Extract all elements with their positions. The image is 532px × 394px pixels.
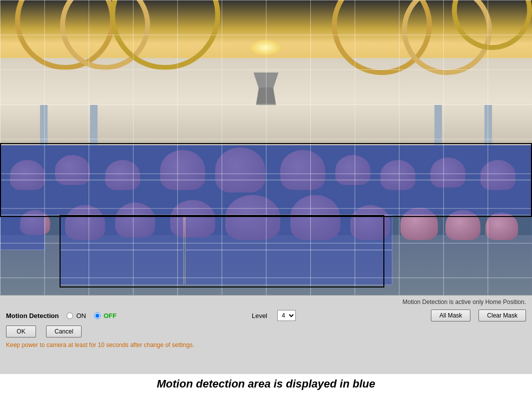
ok-button[interactable]: OK xyxy=(6,326,36,338)
mask-row4-full[interactable] xyxy=(0,180,532,215)
level-label: Level xyxy=(252,312,267,320)
controls-main-row: Motion Detection ON OFF Level 1 2 3 4 5 … xyxy=(0,308,532,324)
off-label: OFF xyxy=(104,312,117,320)
camera-view xyxy=(0,0,532,295)
mask-row5-right-mid[interactable] xyxy=(185,215,392,250)
clear-mask-button[interactable]: Clear Mask xyxy=(478,310,526,322)
motion-detection-label: Motion Detection xyxy=(6,312,59,320)
mask-row3-full[interactable] xyxy=(0,145,532,180)
radio-off-group[interactable]: OFF xyxy=(94,312,117,320)
info-row: Motion Detection is active only Home Pos… xyxy=(0,296,532,308)
mask-row6-mid[interactable] xyxy=(60,250,184,285)
radio-off[interactable] xyxy=(94,312,101,319)
all-mask-button[interactable]: All Mask xyxy=(431,310,470,322)
caption-text: Motion detection area is displayed in bl… xyxy=(157,378,375,390)
ok-cancel-row: OK Cancel xyxy=(0,324,532,340)
mask-row5-mid[interactable] xyxy=(60,215,184,250)
warning-text: Keep power to camera at least for 10 sec… xyxy=(6,342,194,348)
radio-on-group[interactable]: ON xyxy=(67,312,86,320)
info-text: Motion Detection is active only Home Pos… xyxy=(402,298,526,306)
warning-row: Keep power to camera at least for 10 sec… xyxy=(0,340,532,350)
caption-bar: Motion detection area is displayed in bl… xyxy=(0,374,532,394)
cancel-button[interactable]: Cancel xyxy=(46,326,82,338)
scene-top xyxy=(0,0,532,145)
level-select[interactable]: 1 2 3 4 5 xyxy=(277,310,296,321)
mask-row6-right-mid[interactable] xyxy=(185,250,392,285)
radio-on[interactable] xyxy=(67,312,73,319)
mask-row5-left[interactable] xyxy=(0,215,45,250)
on-label: ON xyxy=(76,312,86,320)
